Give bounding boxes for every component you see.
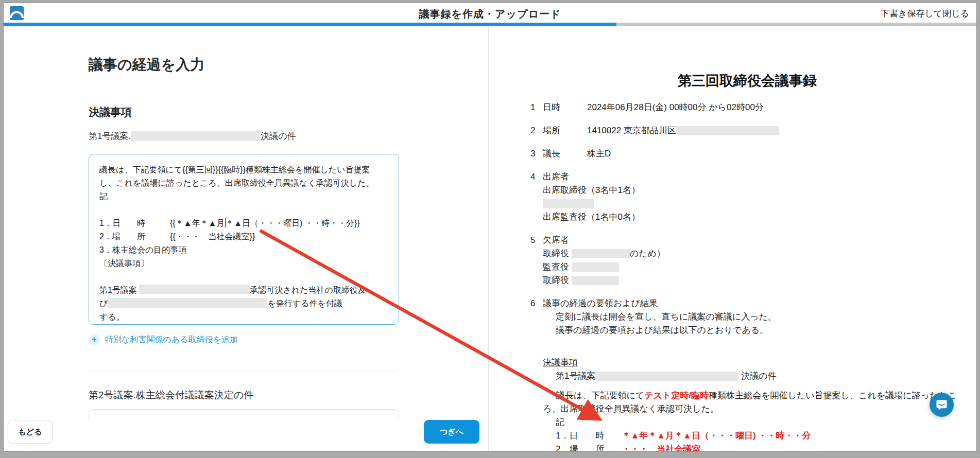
textarea-line	[99, 270, 388, 284]
header: 議事録を作成・アップロード 下書き保存して閉じる	[4, 3, 976, 23]
redacted-text	[572, 262, 619, 272]
textarea-line: 記	[99, 190, 388, 203]
add-director-label: 特別な利害関係のある取締役を追加	[105, 334, 238, 345]
doc-line: 出席監査役（1名中0名）	[543, 210, 964, 224]
plus-icon: +	[89, 334, 100, 345]
doc-line: 決議事項	[543, 356, 964, 369]
form-heading: 議事の経過を入力	[89, 55, 204, 75]
chat-launcher-button[interactable]	[930, 393, 954, 417]
proposal1-label: 第1号議案.決議の件	[89, 130, 296, 142]
textarea-line: 3．株主総会の目的事項	[99, 243, 388, 257]
doc-line: 3議長株主D	[530, 147, 964, 161]
doc-line: 1日時2024年06月28日(金) 00時00分 から02時00分	[530, 101, 964, 114]
doc-line: 議長は、下記要領にてテスト定時/臨時種類株主総会を開催したい旨提案し、これを議場…	[543, 389, 964, 416]
doc-line: 記	[556, 416, 964, 429]
resolutions-section-heading: 決議事項	[89, 105, 132, 119]
textarea-line: びを発行する件を付議	[99, 297, 388, 310]
redacted-text	[131, 131, 261, 141]
divider	[89, 371, 398, 372]
document-title: 第三回取締役会議事録	[530, 71, 964, 91]
progress-bar-fill	[4, 23, 616, 26]
doc-line: 2場所1410022 東京都品川区	[530, 124, 964, 137]
doc-line	[543, 197, 964, 210]
doc-line: 議事の経過の要項および結果は以下のとおりである。	[556, 324, 964, 337]
doc-line: 定刻に議長は開会を宣し、直ちに議案の審議に入った。	[556, 310, 964, 324]
screen: { "header": { "title": "議事録を作成・アップロード", …	[0, 0, 980, 458]
save-draft-close-button[interactable]: 下書き保存して閉じる	[881, 8, 969, 20]
doc-line: 監査役	[543, 260, 964, 274]
progress-bar	[4, 23, 976, 26]
proposal2-label: 第2号議案.株主総会付議議案決定の件	[89, 389, 253, 402]
add-director-button[interactable]: + 特別な利害関係のある取締役を追加	[89, 334, 238, 345]
document-preview-panel: 第三回取締役会議事録 1日時2024年06月28日(金) 00時00分 から02…	[489, 26, 976, 451]
textarea-line: 〔決議事項〕	[99, 257, 388, 270]
doc-line: 取締役 のため）	[543, 247, 964, 260]
textarea-line: し、これを議場に諮ったところ、出席取締役全員異議なく承認可決した。	[99, 177, 388, 190]
redacted-text	[595, 372, 738, 381]
doc-line: 5欠席者	[530, 234, 964, 247]
app-window: 議事録を作成・アップロード 下書き保存して閉じる 議事の経過を入力 決議事項 第…	[4, 3, 976, 451]
redacted-text	[572, 249, 630, 258]
doc-line: 4出席者	[530, 170, 964, 184]
back-button[interactable]: もどる	[8, 420, 53, 444]
redacted-text	[543, 199, 594, 208]
textarea-line: する。	[99, 310, 388, 324]
doc-line: 6議事の経過の要領および結果	[530, 297, 964, 310]
doc-line: 第1号議案 決議の件	[556, 369, 964, 383]
doc-line: 取締役	[543, 274, 964, 287]
main: 議事の経過を入力 決議事項 第1号議案.決議の件 議長は、下記要領にて{{第三回…	[4, 26, 976, 451]
page-title: 議事録を作成・アップロード	[4, 7, 976, 21]
chat-bubble-icon	[936, 399, 948, 411]
document-body: 1日時2024年06月28日(金) 00時00分 から02時00分2場所1410…	[530, 101, 964, 451]
redacted-text	[572, 276, 619, 285]
textarea-line: 1．日 時 {{＊▲年＊▲月＊▲日（・・・曜日) ・・時・・分}}	[99, 217, 388, 230]
footer-bar: もどる つぎへ	[4, 419, 488, 451]
proceedings-textarea[interactable]: 議長は、下記要領にて{{第三回}}{{臨時}}種類株主総会を開催したい旨提案し、…	[89, 154, 399, 325]
redacted-text	[676, 126, 779, 135]
redacted-text	[108, 298, 267, 308]
doc-line: 出席取締役（3名中1名）	[543, 184, 964, 197]
textarea-line: 第1号議案 承認可決された当社の取締役及	[99, 284, 388, 297]
next-button[interactable]: つぎへ	[424, 420, 479, 444]
textarea-line	[99, 203, 388, 217]
textarea-resize-grip[interactable]	[392, 318, 397, 323]
redacted-text	[139, 285, 250, 294]
document: 第三回取締役会議事録 1日時2024年06月28日(金) 00時00分 から02…	[489, 26, 976, 451]
doc-line: 2．場 所 ・・・ 当社会議室	[556, 443, 964, 451]
doc-line: 1．日 時 ＊▲年＊▲月＊▲日（・・・曜日) ・・時・・分	[556, 429, 964, 443]
textarea-line: 議長は、下記要領にて{{第三回}}{{臨時}}種類株主総会を開催したい旨提案	[99, 163, 388, 177]
form-panel: 議事の経過を入力 決議事項 第1号議案.決議の件 議長は、下記要領にて{{第三回…	[4, 26, 488, 451]
textarea-line: 2．場 所 {{・・・ 当社会議室}}	[99, 230, 388, 243]
